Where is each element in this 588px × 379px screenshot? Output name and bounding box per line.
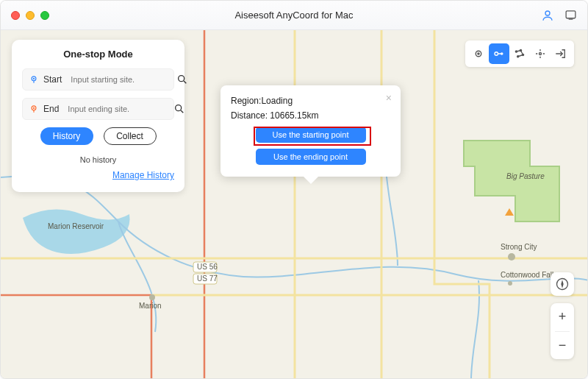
svg-text:US 56: US 56 xyxy=(197,263,218,271)
one-stop-mode-panel: One-stop Mode Start End Hi xyxy=(12,40,184,192)
distance-line: Distance: 10665.15km xyxy=(231,110,390,121)
svg-point-0 xyxy=(545,11,550,15)
svg-point-22 xyxy=(478,53,479,54)
svg-text:Marion Reservoir: Marion Reservoir xyxy=(48,222,104,230)
start-field: Start xyxy=(22,68,174,91)
start-input[interactable] xyxy=(71,75,172,84)
start-label: Start xyxy=(43,74,62,85)
collect-button[interactable]: Collect xyxy=(104,127,157,145)
svg-point-17 xyxy=(179,76,184,82)
titlebar: Aiseesoft AnyCoord for Mac xyxy=(1,1,587,30)
compass-button[interactable] xyxy=(551,272,574,296)
multi-stop-mode-button[interactable] xyxy=(509,43,530,64)
traffic-lights xyxy=(11,11,49,20)
one-stop-mode-button[interactable] xyxy=(489,43,509,64)
map-area[interactable]: Marion Reservoir Marion Strong City Cott… xyxy=(1,30,587,378)
titlebar-right xyxy=(541,9,577,22)
end-pin-icon xyxy=(29,104,39,114)
popover-arrow-icon xyxy=(304,177,318,184)
svg-point-3 xyxy=(149,294,155,300)
svg-text:Big Pasture: Big Pasture xyxy=(506,172,545,180)
svg-text:US 77: US 77 xyxy=(197,274,218,283)
panel-heading: One-stop Mode xyxy=(22,49,174,60)
svg-point-4 xyxy=(508,253,515,261)
mode-toolbar xyxy=(465,40,574,67)
manage-history-link[interactable]: Manage History xyxy=(22,170,174,180)
joystick-mode-button[interactable] xyxy=(530,43,551,64)
maximize-window-button[interactable] xyxy=(40,11,49,20)
zoom-in-button[interactable]: + xyxy=(551,303,574,331)
end-label: End xyxy=(43,104,59,114)
panel-button-row: History Collect xyxy=(22,127,174,145)
locate-mode-button[interactable] xyxy=(468,43,489,64)
history-button[interactable]: History xyxy=(40,127,93,145)
svg-rect-1 xyxy=(566,11,576,18)
account-icon[interactable] xyxy=(541,9,554,22)
svg-point-19 xyxy=(33,107,35,109)
svg-point-20 xyxy=(176,105,182,111)
svg-point-29 xyxy=(539,53,542,55)
search-icon[interactable] xyxy=(173,103,185,115)
svg-point-24 xyxy=(501,53,503,54)
svg-text:Cottonwood Falls: Cottonwood Falls xyxy=(501,271,557,279)
feedback-icon[interactable] xyxy=(564,9,577,21)
close-icon[interactable]: × xyxy=(386,93,392,103)
use-starting-point-button[interactable]: Use the starting point xyxy=(256,127,366,143)
region-line: Region:Loading xyxy=(231,96,390,106)
location-popover: × Region:Loading Distance: 10665.15km Us… xyxy=(220,85,401,177)
svg-point-23 xyxy=(495,52,498,56)
export-button[interactable] xyxy=(551,43,571,64)
zoom-control: + − xyxy=(551,303,574,359)
svg-point-5 xyxy=(508,281,512,286)
end-input[interactable] xyxy=(68,105,169,113)
minimize-window-button[interactable] xyxy=(26,11,35,20)
svg-text:Marion: Marion xyxy=(139,302,162,310)
svg-text:Strong City: Strong City xyxy=(501,243,537,251)
use-ending-point-button[interactable]: Use the ending point xyxy=(256,149,366,165)
search-icon[interactable] xyxy=(176,74,188,85)
start-pin-icon xyxy=(29,74,39,85)
zoom-out-button[interactable]: − xyxy=(551,332,574,360)
close-window-button[interactable] xyxy=(11,11,20,20)
window-title: Aiseesoft AnyCoord for Mac xyxy=(1,10,587,21)
app-window: Aiseesoft AnyCoord for Mac xyxy=(0,0,588,379)
no-history-text: No history xyxy=(22,155,174,164)
end-field: End xyxy=(22,98,174,120)
svg-point-16 xyxy=(33,78,35,79)
